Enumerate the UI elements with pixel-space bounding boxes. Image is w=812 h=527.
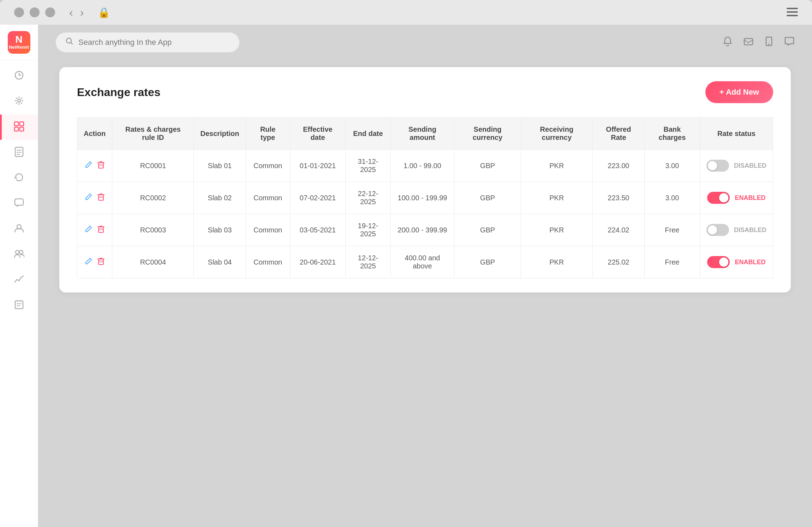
row-2-bank-charges: Free (644, 214, 700, 246)
page-header: Exchange rates + Add New (77, 81, 773, 103)
logo-area: N NetRemit (0, 25, 38, 60)
delete-icon-3[interactable] (97, 257, 105, 267)
row-0-offered-rate: 223.00 (592, 150, 644, 182)
svg-rect-1 (787, 11, 798, 13)
row-1-receiving-currency: PKR (521, 182, 592, 214)
svg-rect-16 (744, 39, 753, 45)
sidebar-item-dashboard[interactable] (0, 64, 38, 89)
row-3-bank-charges: Free (644, 246, 700, 278)
contacts-icon (14, 249, 24, 260)
traffic-light-minimize[interactable] (30, 7, 40, 17)
row-2-description: Slab 03 (194, 214, 246, 246)
sidebar-item-users[interactable] (0, 216, 38, 242)
sidebar-item-chat[interactable] (0, 191, 38, 216)
edit-icon-1[interactable] (85, 193, 92, 203)
toggle-2[interactable] (706, 224, 729, 236)
search-icon (66, 37, 73, 47)
main-content: Exchange rates + Add New Action Rates & … (38, 60, 812, 527)
window-chrome: ‹ › 🔒 (0, 0, 812, 25)
row-3-offered-rate: 225.02 (592, 246, 644, 278)
col-rate-status: Rate status (700, 118, 773, 150)
row-2-sending-currency: GBP (454, 214, 521, 246)
documents-icon (14, 147, 24, 159)
lock-icon: 🔒 (98, 7, 110, 18)
status-label-2: DISABLED (734, 226, 766, 234)
sidebar-item-settings[interactable] (0, 89, 38, 114)
svg-rect-10 (15, 199, 23, 205)
logo-box: N NetRemit (8, 31, 30, 54)
exchange-rates-card: Exchange rates + Add New Action Rates & … (59, 67, 791, 292)
row-2-effective-date: 03-05-2021 (290, 214, 346, 246)
traffic-light-maximize[interactable] (45, 7, 55, 17)
col-rule-type: Rule type (246, 118, 290, 150)
search-box[interactable] (56, 32, 239, 52)
col-effective-date: Effective date (290, 118, 346, 150)
row-1-rule-id: RC0002 (112, 182, 194, 214)
table-wrapper: Action Rates & charges rule ID Descripti… (77, 117, 773, 278)
delete-icon-2[interactable] (97, 225, 105, 235)
row-0-action (77, 150, 112, 182)
sidebar-item-documents[interactable] (0, 140, 38, 165)
toggle-3[interactable] (707, 256, 730, 268)
search-input[interactable] (78, 38, 229, 47)
sidebar-item-refresh[interactable] (0, 165, 38, 191)
nav-back-icon[interactable]: ‹ (69, 6, 73, 19)
svg-point-4 (18, 99, 20, 102)
top-bar-actions (723, 36, 794, 49)
row-2-sending-amount: 200.00 - 399.99 (390, 214, 454, 246)
col-action: Action (77, 118, 112, 150)
svg-rect-6 (20, 122, 24, 126)
row-3-end-date: 12-12-2025 (346, 246, 390, 278)
edit-icon-0[interactable] (85, 161, 92, 171)
add-new-button[interactable]: + Add New (705, 81, 773, 103)
delete-icon-0[interactable] (97, 161, 105, 171)
sidebar-item-exchange[interactable] (0, 114, 38, 140)
row-1-sending-currency: GBP (454, 182, 521, 214)
row-3-rule-id: RC0004 (112, 246, 194, 278)
chat2-icon[interactable] (784, 37, 794, 48)
row-3-sending-currency: GBP (454, 246, 521, 278)
page-title: Exchange rates (77, 86, 161, 99)
table-row: RC0001Slab 01Common01-01-202131-12-20251… (77, 150, 773, 182)
delete-icon-1[interactable] (97, 193, 105, 203)
row-2-rule-id: RC0003 (112, 214, 194, 246)
svg-point-13 (19, 250, 23, 254)
hamburger-icon[interactable] (787, 6, 798, 19)
svg-rect-8 (20, 127, 24, 131)
toggle-0[interactable] (706, 160, 729, 172)
notification-icon[interactable] (723, 36, 732, 49)
row-0-description: Slab 01 (194, 150, 246, 182)
table-body: RC0001Slab 01Common01-01-202131-12-20251… (77, 150, 773, 278)
row-0-rule-id: RC0001 (112, 150, 194, 182)
nav-arrows: ‹ › (69, 6, 84, 19)
edit-icon-2[interactable] (85, 225, 92, 235)
svg-point-12 (16, 250, 19, 254)
col-offered-rate: Offered Rate (592, 118, 644, 150)
row-0-status: DISABLED (700, 150, 773, 182)
mail-icon[interactable] (744, 37, 753, 48)
sidebar-item-analytics[interactable] (0, 267, 38, 292)
exchange-rates-table: Action Rates & charges rule ID Descripti… (77, 117, 773, 278)
table-row: RC0004Slab 04Common20-06-202112-12-20254… (77, 246, 773, 278)
sidebar-item-reports[interactable] (0, 292, 38, 318)
toggle-1[interactable] (707, 192, 730, 204)
edit-icon-3[interactable] (85, 257, 92, 267)
sidebar-item-contacts[interactable] (0, 242, 38, 267)
row-2-rule-type: Common (246, 214, 290, 246)
svg-rect-14 (15, 301, 23, 309)
traffic-light-close[interactable] (14, 7, 24, 17)
refresh-icon (14, 172, 24, 184)
reports-icon (14, 300, 24, 311)
phone-icon[interactable] (765, 36, 773, 49)
row-3-sending-amount: 400.00 and above (390, 246, 454, 278)
row-3-receiving-currency: PKR (521, 246, 592, 278)
row-1-effective-date: 07-02-2021 (290, 182, 346, 214)
status-label-0: DISABLED (734, 162, 766, 170)
row-1-rule-type: Common (246, 182, 290, 214)
nav-forward-icon[interactable]: › (80, 6, 84, 19)
row-3-action (77, 246, 112, 278)
app-wrapper: N NetRemit (0, 25, 812, 527)
row-0-end-date: 31-12-2025 (346, 150, 390, 182)
row-0-bank-charges: 3.00 (644, 150, 700, 182)
row-1-sending-amount: 100.00 - 199.99 (390, 182, 454, 214)
